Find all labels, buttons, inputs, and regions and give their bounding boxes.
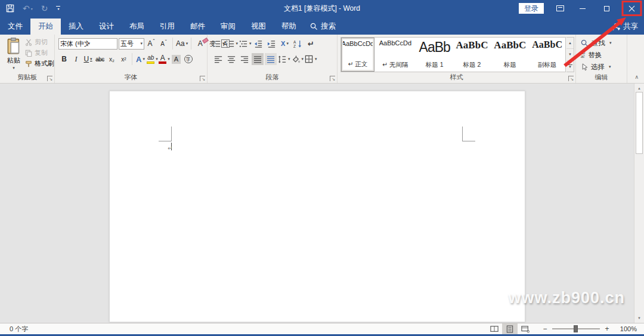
- style-heading-2[interactable]: AaBbC 标题 2: [453, 38, 491, 72]
- scroll-down-arrow[interactable]: ▼: [634, 315, 644, 322]
- tab-review[interactable]: 审阅: [213, 19, 243, 35]
- show-hide-marks-button[interactable]: ↵: [305, 38, 317, 50]
- superscript-button[interactable]: x²: [118, 53, 129, 65]
- increase-indent-button[interactable]: [266, 38, 278, 50]
- styles-dialog-launcher[interactable]: ↘: [568, 76, 574, 81]
- style-title[interactable]: AaBbC 标题: [491, 38, 529, 72]
- font-color-button[interactable]: A: [159, 53, 170, 65]
- style-normal[interactable]: AaBbCcDd ↵ 正文: [341, 38, 374, 72]
- styles-more-button[interactable]: ▼: [566, 61, 574, 72]
- redo-icon[interactable]: ↻: [41, 4, 48, 13]
- read-mode-button[interactable]: [487, 323, 502, 334]
- tab-design[interactable]: 设计: [91, 19, 122, 35]
- cut-button[interactable]: 剪切: [25, 38, 54, 47]
- vertical-scrollbar[interactable]: ▲ ▼: [634, 84, 644, 323]
- clipboard-dialog-launcher[interactable]: ↘: [47, 76, 52, 81]
- tab-references[interactable]: 引用: [152, 19, 182, 35]
- grow-font-button[interactable]: A: [145, 38, 157, 50]
- bullets-icon: [212, 39, 221, 48]
- scroll-up-arrow[interactable]: ▲: [634, 85, 644, 92]
- close-button[interactable]: [621, 0, 642, 17]
- maximize-button[interactable]: [596, 0, 617, 17]
- minimize-icon: [580, 8, 586, 9]
- collapse-ribbon-button[interactable]: ∧: [634, 74, 639, 80]
- style-no-spacing[interactable]: AaBbCcDd ↵ 无间隔: [374, 38, 416, 72]
- styles-gallery-scroll: ▲ ▼ ▼: [566, 37, 574, 72]
- text-effects-button[interactable]: A: [135, 53, 146, 65]
- highlight-color-button[interactable]: ab: [147, 53, 158, 65]
- shrink-font-button[interactable]: A: [158, 38, 169, 50]
- clear-formatting-button[interactable]: A: [194, 38, 206, 50]
- shading-button[interactable]: [292, 53, 304, 65]
- tab-layout[interactable]: 布局: [122, 19, 152, 35]
- sort-button[interactable]: A Z: [292, 38, 304, 50]
- copy-button[interactable]: 复制: [25, 48, 54, 57]
- zoom-in-button[interactable]: +: [603, 325, 611, 333]
- italic-button[interactable]: I: [70, 53, 82, 65]
- undo-button[interactable]: ↶▾: [23, 4, 33, 13]
- font-name-combo[interactable]: 宋体 (中文正文▾: [58, 38, 117, 50]
- bold-button[interactable]: B: [58, 53, 70, 65]
- borders-button[interactable]: [305, 53, 317, 65]
- print-layout-icon: [506, 325, 513, 333]
- styles-scroll-up-button[interactable]: ▲: [566, 38, 574, 49]
- enclose-characters-button[interactable]: 字: [184, 55, 193, 63]
- divider: [172, 38, 173, 50]
- document-page[interactable]: [109, 91, 525, 322]
- search-box[interactable]: 搜索: [310, 19, 336, 35]
- character-shading-button[interactable]: A: [172, 55, 181, 64]
- subscript-button[interactable]: x₂: [106, 53, 117, 65]
- web-layout-icon: [521, 325, 530, 333]
- minimize-button[interactable]: [572, 0, 593, 17]
- watermark: www.zb900.cn: [508, 289, 625, 307]
- scrollbar-thumb[interactable]: [636, 92, 643, 154]
- decrease-indent-button[interactable]: [253, 38, 265, 50]
- format-painter-button[interactable]: 格式刷: [25, 59, 54, 68]
- tab-help[interactable]: 帮助: [274, 19, 304, 35]
- clipboard-group: 粘贴 ▾ 剪切 复: [0, 35, 55, 83]
- print-layout-button[interactable]: [502, 323, 518, 334]
- ribbon-display-options-button[interactable]: [551, 0, 569, 17]
- asian-layout-button[interactable]: X: [279, 38, 291, 50]
- replace-button[interactable]: ab ac 替换: [581, 50, 602, 60]
- paint-bucket-icon: [292, 55, 301, 64]
- tab-view[interactable]: 视图: [243, 19, 274, 35]
- word-count[interactable]: 0 个字: [10, 325, 28, 334]
- multilevel-list-button[interactable]: [239, 38, 252, 50]
- align-center-button[interactable]: [225, 53, 237, 65]
- justify-button[interactable]: [252, 53, 264, 65]
- paragraph-dialog-launcher[interactable]: ↘: [330, 76, 335, 81]
- zoom-level[interactable]: 100%: [617, 325, 637, 332]
- underline-button[interactable]: U: [82, 53, 94, 65]
- zoom-slider-track[interactable]: [552, 328, 600, 329]
- bullets-button[interactable]: [212, 38, 225, 50]
- font-dialog-launcher[interactable]: ↘: [200, 76, 205, 81]
- tab-file[interactable]: 文件: [0, 19, 30, 35]
- numbering-button[interactable]: [226, 38, 239, 50]
- tab-mailings[interactable]: 邮件: [182, 19, 213, 35]
- tab-insert[interactable]: 插入: [61, 19, 91, 35]
- save-icon[interactable]: [6, 4, 14, 13]
- distribute-button[interactable]: [265, 53, 277, 65]
- change-case-button[interactable]: Aa: [176, 38, 188, 50]
- style-heading-1[interactable]: AaBb 标题 1: [416, 38, 453, 72]
- styles-scroll-down-button[interactable]: ▼: [566, 49, 574, 60]
- align-right-button[interactable]: [239, 53, 250, 65]
- web-layout-button[interactable]: [518, 323, 533, 334]
- status-bar: 0 个字: [0, 323, 644, 334]
- share-button[interactable]: 共享: [612, 19, 638, 35]
- paste-button[interactable]: 粘贴 ▾: [4, 37, 24, 74]
- font-size-combo[interactable]: 五号▾: [119, 38, 144, 50]
- select-button[interactable]: 选择: [581, 62, 611, 72]
- style-subtitle[interactable]: AaBbC 副标题: [529, 38, 565, 72]
- find-button[interactable]: 查找: [581, 38, 612, 48]
- line-spacing-button[interactable]: [278, 53, 290, 65]
- style-sample: AaBbCcDd: [342, 40, 374, 47]
- zoom-out-button[interactable]: −: [541, 325, 549, 333]
- zoom-slider-thumb[interactable]: [574, 325, 578, 332]
- align-left-button[interactable]: [212, 53, 224, 65]
- tab-home[interactable]: 开始: [30, 19, 61, 35]
- customize-qat-button[interactable]: ▾: [56, 6, 60, 11]
- strikethrough-button[interactable]: abc: [94, 53, 106, 65]
- sign-in-button[interactable]: 登录: [519, 3, 544, 14]
